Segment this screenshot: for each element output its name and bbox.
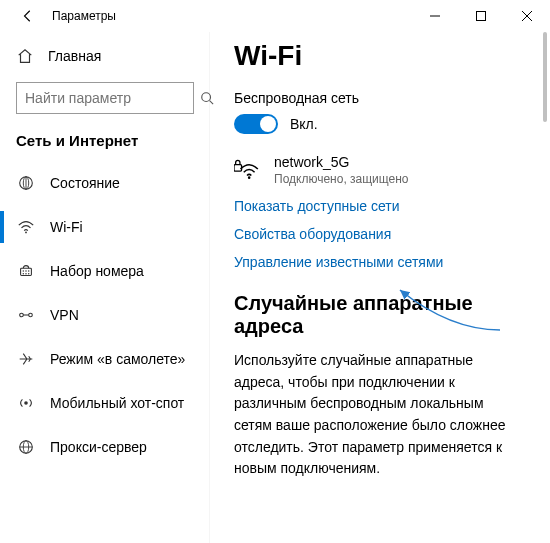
svg-point-14 <box>23 273 24 274</box>
link-hardware-properties[interactable]: Свойства оборудования <box>234 226 522 242</box>
wireless-heading: Беспроводная сеть <box>234 90 522 106</box>
wifi-icon <box>16 218 36 236</box>
window-controls <box>412 0 550 32</box>
sidebar-item-vpn[interactable]: VPN <box>0 293 210 337</box>
scrollbar-thumb[interactable] <box>543 32 547 122</box>
back-button[interactable] <box>12 0 44 32</box>
sidebar-item-proxy[interactable]: Прокси-сервер <box>0 425 210 469</box>
sidebar-item-hotspot[interactable]: Мобильный хот-спот <box>0 381 210 425</box>
current-network-info: network_5G Подключено, защищено <box>274 154 409 186</box>
network-status: Подключено, защищено <box>274 172 409 186</box>
sidebar-home[interactable]: Главная <box>0 36 210 76</box>
dialup-icon <box>16 262 36 280</box>
link-manage-known-networks[interactable]: Управление известными сетями <box>234 254 522 270</box>
svg-point-18 <box>29 313 33 317</box>
arrow-left-icon <box>21 9 35 23</box>
network-name: network_5G <box>274 154 409 170</box>
sidebar-item-status[interactable]: Состояние <box>0 161 210 205</box>
page-title: Wi-Fi <box>234 40 522 72</box>
window-title: Параметры <box>52 9 116 23</box>
search-box[interactable] <box>16 82 194 114</box>
sidebar-item-label: Состояние <box>50 175 120 191</box>
svg-point-13 <box>28 270 29 271</box>
airplane-icon <box>16 350 36 368</box>
search-row <box>16 82 194 114</box>
hotspot-icon <box>16 394 36 412</box>
sidebar-item-dialup[interactable]: Набор номера <box>0 249 210 293</box>
sidebar-item-label: Мобильный хот-спот <box>50 395 184 411</box>
vpn-icon <box>16 306 36 324</box>
sidebar-home-label: Главная <box>48 48 101 64</box>
titlebar: Параметры <box>0 0 550 32</box>
sidebar-item-label: VPN <box>50 307 79 323</box>
status-icon <box>16 174 36 192</box>
wifi-toggle-row: Вкл. <box>234 114 522 134</box>
svg-point-24 <box>248 176 251 179</box>
svg-rect-1 <box>477 12 486 21</box>
close-button[interactable] <box>504 0 550 32</box>
sidebar-item-wifi[interactable]: Wi-Fi <box>0 205 210 249</box>
search-input[interactable] <box>25 90 200 106</box>
svg-point-11 <box>23 270 24 271</box>
svg-point-17 <box>20 313 24 317</box>
sidebar-item-label: Набор номера <box>50 263 144 279</box>
home-icon <box>16 47 34 65</box>
wifi-toggle[interactable] <box>234 114 278 134</box>
svg-point-9 <box>25 232 27 234</box>
toggle-knob <box>260 116 276 132</box>
minimize-icon <box>430 11 440 21</box>
maximize-icon <box>476 11 486 21</box>
svg-rect-25 <box>234 165 242 172</box>
sidebar-item-airplane[interactable]: Режим «в самолете» <box>0 337 210 381</box>
svg-point-12 <box>25 270 26 271</box>
random-mac-description: Используйте случайные аппаратные адреса,… <box>234 350 522 480</box>
wifi-toggle-label: Вкл. <box>290 116 318 132</box>
proxy-icon <box>16 438 36 456</box>
random-mac-heading: Случайные аппаратные адреса <box>234 292 522 338</box>
close-icon <box>522 11 532 21</box>
maximize-button[interactable] <box>458 0 504 32</box>
scrollbar[interactable] <box>542 32 548 543</box>
svg-point-16 <box>28 273 29 274</box>
wifi-secured-icon <box>234 154 260 182</box>
current-network-row[interactable]: network_5G Подключено, защищено <box>234 154 522 186</box>
sidebar-category-title: Сеть и Интернет <box>0 124 210 161</box>
sidebar-item-label: Wi-Fi <box>50 219 83 235</box>
svg-point-20 <box>24 401 28 405</box>
main-content: Wi-Fi Беспроводная сеть Вкл. network <box>210 32 550 543</box>
svg-point-15 <box>25 273 26 274</box>
sidebar-item-label: Режим «в самолете» <box>50 351 185 367</box>
sidebar-item-label: Прокси-сервер <box>50 439 147 455</box>
minimize-button[interactable] <box>412 0 458 32</box>
link-show-networks[interactable]: Показать доступные сети <box>234 198 522 214</box>
sidebar: Главная Сеть и Интернет Состояние Wi-Fi <box>0 32 210 543</box>
